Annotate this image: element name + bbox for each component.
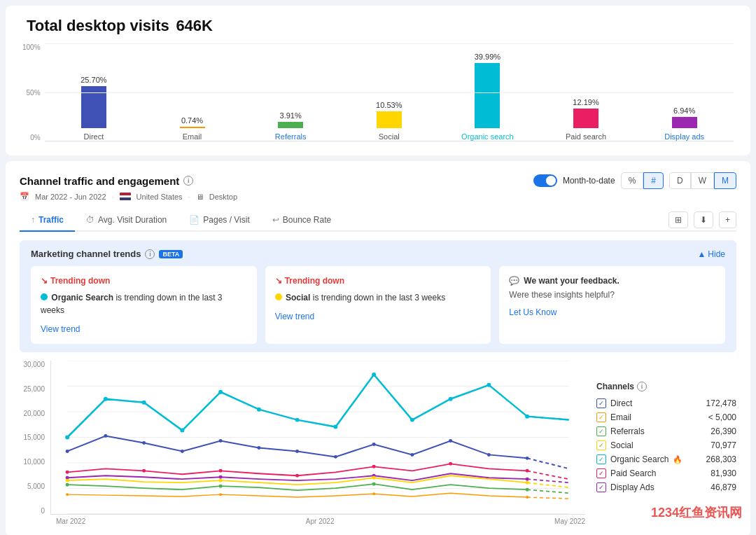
device-icon: 🖥 [196,193,204,201]
svg-point-53 [66,483,69,487]
trends-header: Marketing channel trends i BETA ▲ Hide [31,249,725,259]
svg-point-30 [410,453,414,457]
legend-title: Channels i [596,382,736,391]
trend-card-1-title: ↘ Trending down [41,276,247,286]
svg-point-8 [104,397,108,401]
device-label: Desktop [209,193,237,201]
legend-item-social: ✓ Social 70,977 [596,440,736,450]
w-btn[interactable]: W [691,172,714,189]
total-visits-label: Total desktop visits [27,17,169,34]
svg-point-37 [219,469,223,473]
svg-point-59 [219,493,222,496]
legend: Channels i ✓ Direct 172,478 ✓ Email [596,361,736,496]
line-y-axis: 30,000 25,000 20,000 15,000 10,000 5,000… [20,361,50,515]
tab-bounce[interactable]: ↩ Bounce Rate [261,209,342,232]
direct-value: 172,478 [706,398,736,408]
tab-avg-visit[interactable]: ⏱ Avg. Visit Duration [75,209,178,232]
bar-display-ads[interactable]: 6.94% Display ads [635,106,734,141]
trends-section: Marketing channel trends i BETA ▲ Hide ↘… [20,240,736,352]
bar-email[interactable]: 0.74% Email [143,116,241,141]
bar-chart-area: 25.70% Direct 0.74% Email [45,43,734,141]
svg-point-39 [372,465,376,468]
social-value: 70,977 [710,440,736,450]
tab-pages[interactable]: 📄 Pages / Visit [178,209,260,232]
svg-line-42 [527,471,569,479]
legend-info-icon[interactable]: i [637,382,647,391]
email-value: < 5,000 [708,412,736,422]
svg-point-14 [333,425,337,429]
trend-card-2: ↘ Trending down Social is trending down … [265,266,491,344]
bars-row: 25.70% Direct 0.74% Email [45,43,734,141]
legend-item-display-ads: ✓ Display Ads 46,879 [596,482,736,492]
display-ads-check[interactable]: ✓ [596,482,606,492]
display-ads-label: Display Ads [610,482,654,492]
toggle-label: Month-to-date [563,176,615,186]
svg-point-23 [142,441,146,445]
view-trend-link-1[interactable]: View trend [41,324,80,334]
trends-info-icon[interactable]: i [145,249,155,259]
tab-traffic[interactable]: ↑ Traffic [20,209,75,232]
svg-point-49 [219,479,223,482]
line-chart-wrap: 30,000 25,000 20,000 15,000 10,000 5,000… [20,361,585,525]
bar-social[interactable]: 10.53% Social [340,101,438,141]
total-visits-value: 646K [176,17,213,34]
organic-search-value: 268,303 [706,454,736,464]
legend-item-direct: ✓ Direct 172,478 [596,398,736,408]
svg-point-60 [372,492,375,495]
add-btn[interactable]: + [719,211,736,228]
trends-title: Marketing channel trends i BETA [31,249,183,259]
trend-card-1: ↘ Trending down Organic Search is trendi… [31,266,257,344]
section-title: Channel traffic and engagement i [20,175,193,187]
referrals-check[interactable]: ✓ [596,426,606,436]
bar-referrals[interactable]: 3.91% Referrals [241,111,340,141]
x-axis-labels: Mar 2022 Apr 2022 May 2022 [20,515,585,525]
svg-point-15 [372,373,376,377]
organic-search-check[interactable]: ✓ [596,454,606,464]
svg-point-55 [372,482,376,486]
hide-button[interactable]: ▲ Hide [697,249,725,259]
excel-btn[interactable]: ⊞ [668,211,688,228]
m-btn[interactable]: M [714,172,736,189]
email-check[interactable]: ✓ [596,412,606,422]
svg-line-57 [527,489,569,493]
bar-organic-search[interactable]: 39.99% Organic search [438,53,537,141]
display-ads-value: 46,879 [710,482,736,492]
direct-check[interactable]: ✓ [596,398,606,408]
social-check[interactable]: ✓ [596,440,606,450]
referrals-label: Referrals [610,426,645,436]
bar-paid-search[interactable]: 12.19% Paid search [537,98,636,141]
line-chart-section: 30,000 25,000 20,000 15,000 10,000 5,000… [20,361,736,525]
download-btn[interactable]: ⬇ [694,211,713,228]
line-chart-inner: 30,000 25,000 20,000 15,000 10,000 5,000… [20,361,585,515]
svg-point-7 [65,436,69,440]
trend-card-1-body: Organic Search is trending down in the l… [41,291,247,317]
traffic-icon: ↑ [31,215,35,225]
email-label: Email [610,412,631,422]
bar-direct[interactable]: 25.70% Direct [45,76,144,141]
paid-search-check[interactable]: ✓ [596,468,606,478]
bar-chart-row: 100% 50% 0% 25.70% [22,43,734,141]
d-btn[interactable]: D [669,172,691,189]
channel-info-icon[interactable]: i [183,176,193,186]
section-header: Channel traffic and engagement i Month-t… [20,172,736,189]
legend-item-referrals: ✓ Referrals 26,390 [596,426,736,436]
hash-btn[interactable]: # [643,172,664,189]
svg-point-28 [334,455,337,459]
country-label: United States [136,193,183,201]
svg-point-13 [295,418,300,422]
pct-btn[interactable]: % [621,172,644,189]
paid-search-value: 81,930 [710,468,736,478]
svg-point-44 [219,475,223,479]
tab-actions: ⊞ ⬇ + [668,211,736,228]
tabs-row: ↑ Traffic ⏱ Avg. Visit Duration 📄 Pages … [20,209,736,232]
svg-point-12 [257,408,261,412]
top-section: Total desktop visits 646K 100% 50% 0% [6,6,750,155]
svg-point-22 [104,434,107,438]
social-label: Social [610,440,634,450]
let-us-know-link[interactable]: Let Us Know [509,307,556,317]
svg-point-24 [181,450,184,453]
dwm-btngroup: D W M [669,172,736,189]
organic-search-dot [41,293,48,300]
view-trend-link-2[interactable]: View trend [275,312,314,321]
month-to-date-toggle[interactable] [533,174,557,187]
